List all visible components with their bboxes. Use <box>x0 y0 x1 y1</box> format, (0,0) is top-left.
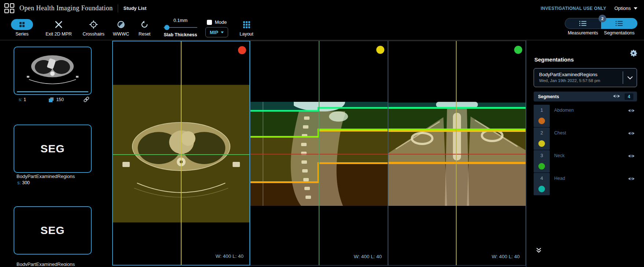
study-browser-panel: s: 1 150 SEG BodyPartExaminedRegions s: … <box>0 40 112 267</box>
sagittal-ct-scene <box>250 41 388 265</box>
axial-orientation-marker <box>238 46 246 54</box>
measurements-toggle-label: Measurements <box>565 30 601 36</box>
segment-label: Chest <box>554 130 566 150</box>
segment-row-abdomen[interactable]: 1 Abdomen <box>534 105 637 127</box>
ohif-logo-icon[interactable] <box>4 3 14 13</box>
segment-row-head[interactable]: 4 Head <box>534 173 637 195</box>
segment-visibility-toggle[interactable] <box>628 153 635 173</box>
link-icon[interactable] <box>83 96 89 103</box>
mode-checkbox[interactable] <box>207 20 212 25</box>
viewport-axial[interactable]: W: 400 L: 40 <box>112 41 250 266</box>
collapse-panel-button[interactable] <box>536 248 542 255</box>
thumbnail-info-row: s: 1 150 <box>14 96 92 103</box>
segmentation-select-dropdown[interactable]: BodyPartExaminedRegions Wed, Jan 19th 20… <box>534 68 637 87</box>
mip-dropdown[interactable]: MIP <box>205 27 228 37</box>
gear-icon <box>629 48 638 58</box>
investigational-use-label: INVESTIGATIONAL USE ONLY <box>541 6 606 11</box>
segment-index-cell: 3 <box>534 150 550 173</box>
toggle-all-segments-visibility[interactable] <box>613 93 620 100</box>
measurements-panel-toggle[interactable] <box>565 18 601 29</box>
segment-number: 4 <box>540 175 543 181</box>
segmentations-toggle-label: Segmentations <box>601 30 637 36</box>
segment-visibility-toggle[interactable] <box>628 130 635 150</box>
segment-row-chest[interactable]: 2 Chest <box>534 127 637 150</box>
app-title: Open Health Imaging Foundation <box>19 4 113 12</box>
segment-label: Neck <box>554 153 564 173</box>
wwwc-button[interactable]: WWWC <box>110 19 132 37</box>
viewport-sagittal[interactable]: W: 400 L: 40 <box>250 41 388 266</box>
segments-count: 4 <box>625 93 633 100</box>
segmentation-panel-title: Segmentations <box>534 56 574 63</box>
segment-color-swatch[interactable] <box>538 118 545 124</box>
axial-ct-scene <box>113 41 249 265</box>
mip-mode-group: Mode MIP <box>205 19 228 37</box>
eye-icon <box>613 94 620 99</box>
slab-thickness-value: 0.1mm <box>173 18 187 23</box>
reset-rotate-icon <box>140 19 149 30</box>
coronal-orientation-marker <box>514 46 522 54</box>
segment-number: 3 <box>540 153 543 158</box>
segmentation-name: BodyPartExaminedRegions <box>539 72 623 77</box>
mode-label: Mode <box>215 19 227 25</box>
series-grid-icon <box>19 22 25 27</box>
reset-label: Reset <box>139 31 151 37</box>
app-header: Open Health Imaging Foundation Study Lis… <box>0 0 644 40</box>
segment-row-neck[interactable]: 3 Neck <box>534 150 637 173</box>
slab-thickness-control: 0.1mm Slab Thickness <box>159 16 202 37</box>
segment-number: 2 <box>540 130 543 136</box>
eye-icon <box>628 131 635 136</box>
ct-axial-thumbnail-image <box>14 47 91 94</box>
segment-color-swatch[interactable] <box>538 140 545 147</box>
layout-label: Layout <box>239 31 253 37</box>
nav-study-list[interactable]: Study List <box>123 5 146 11</box>
window-level-overlay: W: 400 L: 40 <box>354 254 382 259</box>
viewport-grid: W: 400 L: 40 <box>112 40 526 267</box>
reset-button[interactable]: Reset <box>135 19 154 37</box>
x-close-icon <box>54 19 63 30</box>
viewport-coronal[interactable]: W: 400 L: 40 <box>388 41 526 266</box>
segmentation-settings-button[interactable] <box>629 48 638 59</box>
wwwc-label: WWWC <box>113 31 129 37</box>
thumbnail-ct-series[interactable] <box>14 47 92 95</box>
sagittal-orientation-marker <box>376 46 384 54</box>
coronal-ct-scene <box>388 41 526 265</box>
segment-color-swatch[interactable] <box>538 186 545 192</box>
series-active-pill <box>11 19 33 30</box>
segment-label: Head <box>554 176 565 195</box>
mip-selected-value: MIP <box>210 30 218 35</box>
series-number-label: s: 300 <box>17 180 30 185</box>
crosshairs-button[interactable]: Crosshairs <box>79 19 108 37</box>
segment-color-swatch[interactable] <box>538 163 545 170</box>
list-icon <box>615 21 623 26</box>
slab-thickness-slider[interactable] <box>164 25 197 30</box>
thumbnail-seg-series-2[interactable]: SEG <box>14 206 92 255</box>
series-button[interactable]: Series <box>8 19 36 37</box>
caret-down-icon <box>634 7 637 10</box>
segment-label: Abdomen <box>554 108 574 127</box>
window-level-icon <box>116 19 126 30</box>
eye-icon <box>628 108 635 113</box>
header-divider <box>118 4 118 12</box>
segmentation-panel: Segmentations BodyPartExaminedRegions We… <box>526 40 644 267</box>
main-content: s: 1 150 SEG BodyPartExaminedRegions s: … <box>0 40 644 267</box>
ohif-viewer-window: Open Health Imaging Foundation Study Lis… <box>0 0 644 267</box>
chevron-down-icon <box>627 76 633 79</box>
exit-2d-mpr-button[interactable]: Exit 2D MPR <box>43 19 75 37</box>
segment-index-cell: 4 <box>534 173 550 195</box>
slider-thumb[interactable] <box>164 25 169 30</box>
toolbar: Series Exit 2D MPR Crosshairs WWWC <box>0 16 644 40</box>
thumbnail-seg-series[interactable]: SEG <box>14 125 92 173</box>
window-level-overlay: W: 400 L: 40 <box>492 254 520 259</box>
seg-modality-label: SEG <box>14 207 91 254</box>
segment-index-cell: 1 <box>534 105 550 127</box>
seg-modality-label: SEG <box>14 125 91 172</box>
layout-button[interactable]: Layout <box>236 19 257 37</box>
segment-number: 1 <box>540 107 543 113</box>
segment-visibility-toggle[interactable] <box>628 176 635 195</box>
list-icon <box>579 21 587 26</box>
series-number-label: s: 1 <box>19 97 26 102</box>
segmentations-panel-toggle[interactable] <box>601 18 637 29</box>
segment-visibility-toggle[interactable] <box>628 108 635 127</box>
options-menu-button[interactable]: Options <box>614 5 637 11</box>
eye-icon <box>628 177 635 181</box>
